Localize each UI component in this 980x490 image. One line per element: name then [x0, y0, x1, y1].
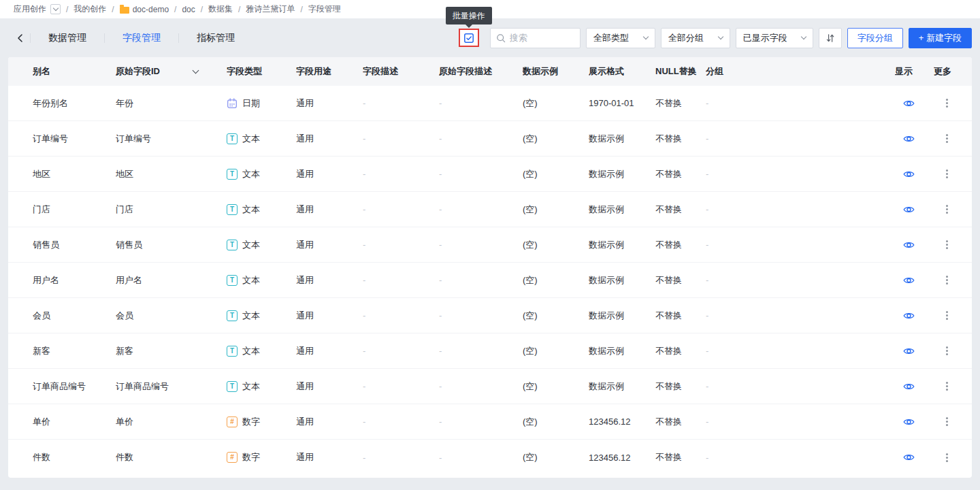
cell-null-replace: 不替换 [655, 274, 706, 287]
filter-type-dropdown[interactable]: 全部类型 [586, 28, 655, 48]
batch-select-button[interactable] [459, 29, 479, 47]
visibility-toggle-button[interactable] [902, 274, 916, 287]
cell-description: - [363, 453, 439, 463]
table-row[interactable]: 订单商品编号 订单商品编号 T 文本 通用 - - (空) 数据示例 不替换 - [8, 369, 972, 404]
cell-more [934, 202, 958, 216]
more-actions-button[interactable] [943, 96, 951, 110]
more-actions-button[interactable] [943, 414, 951, 429]
filter-visibility-dropdown[interactable]: 已显示字段 [736, 28, 813, 48]
cell-field-type: # 数字 [227, 451, 296, 463]
cell-field-type: T 文本 [227, 168, 296, 180]
table-row[interactable]: 会员 会员 T 文本 通用 - - (空) 数据示例 不替换 - [8, 298, 972, 333]
cell-display-format: 123456.12 [589, 453, 655, 463]
cell-field-type: 日期 [227, 97, 296, 110]
more-actions-button[interactable] [943, 167, 951, 181]
tab-data-management[interactable]: 数据管理 [33, 32, 101, 44]
cell-more [934, 131, 958, 146]
breadcrumb-app-menu[interactable]: 应用创作 [14, 3, 46, 15]
table-row[interactable]: 销售员 销售员 T 文本 通用 - - (空) 数据示例 不替换 - [8, 227, 972, 263]
eye-icon [903, 99, 915, 108]
breadcrumb-item-current-page: 字段管理 [308, 3, 341, 15]
table-row[interactable]: 门店 门店 T 文本 通用 - - (空) 数据示例 不替换 - [8, 192, 972, 227]
breadcrumb-item-dataset-name[interactable]: 雅诗兰黛订单 [246, 3, 295, 15]
breadcrumb-item-datasets[interactable]: 数据集 [208, 3, 233, 15]
cell-visibility [895, 310, 934, 322]
table-row[interactable]: 用户名 用户名 T 文本 通用 - - (空) 数据示例 不替换 - [8, 263, 972, 298]
table-row[interactable]: 年份别名 年份 日期 通用 - - (空) 1970-01-01 不替换 - [8, 86, 972, 121]
cell-visibility [895, 203, 934, 216]
text-type-icon: T [227, 204, 238, 215]
filter-group-dropdown[interactable]: 全部分组 [661, 28, 730, 48]
visibility-toggle-button[interactable] [902, 310, 916, 322]
cell-alias: 用户名 [33, 274, 116, 287]
cell-field-type: T 文本 [227, 203, 296, 216]
tab-field-management[interactable]: 字段管理 [108, 32, 176, 44]
cell-group: - [706, 169, 895, 179]
eye-icon [903, 453, 915, 462]
cell-null-replace: 不替换 [655, 203, 706, 216]
table-row[interactable]: 订单编号 订单编号 T 文本 通用 - - (空) 数据示例 不替换 - [8, 121, 972, 157]
search-box [490, 28, 581, 48]
cell-visibility [895, 416, 934, 428]
cell-field-type: T 文本 [227, 345, 296, 357]
more-actions-button[interactable] [943, 131, 951, 146]
tab-divider [178, 33, 179, 43]
cell-usage: 通用 [296, 380, 363, 393]
app-menu-dropdown[interactable] [50, 4, 61, 14]
breadcrumb-item-doc-demo[interactable]: doc-demo [133, 5, 169, 14]
text-type-icon: T [227, 240, 238, 250]
sort-order-button[interactable] [819, 28, 842, 48]
cell-usage: 通用 [296, 345, 363, 357]
visibility-toggle-button[interactable] [902, 203, 916, 216]
more-actions-button[interactable] [943, 238, 951, 252]
more-actions-button[interactable] [943, 273, 951, 287]
more-vertical-icon [946, 99, 948, 101]
number-type-icon: # [227, 416, 238, 427]
cell-field-id: 新客 [116, 345, 227, 357]
more-actions-button[interactable] [943, 379, 951, 393]
breadcrumb-item-my-creations[interactable]: 我的创作 [74, 3, 106, 15]
more-vertical-icon [946, 169, 948, 172]
number-type-icon: # [227, 452, 238, 463]
cell-alias: 会员 [33, 310, 116, 322]
cell-description: - [363, 133, 439, 144]
toolbar-right-controls: 批量操作 全部类型 全部分组 已显示字段 字段分组 + 新建字段 [459, 28, 972, 48]
more-actions-button[interactable] [943, 202, 951, 216]
cell-usage: 通用 [296, 97, 363, 110]
cell-group: - [706, 275, 895, 285]
tab-metric-management[interactable]: 指标管理 [182, 32, 250, 44]
breadcrumb-item-doc[interactable]: doc [182, 5, 195, 14]
table-row[interactable]: 新客 新客 T 文本 通用 - - (空) 数据示例 不替换 - [8, 333, 972, 369]
back-button[interactable] [14, 29, 27, 48]
more-actions-button[interactable] [943, 308, 951, 323]
more-vertical-icon [946, 453, 948, 455]
more-actions-button[interactable] [943, 451, 951, 465]
visibility-toggle-button[interactable] [902, 380, 916, 393]
folder-icon [120, 7, 129, 14]
visibility-toggle-button[interactable] [902, 345, 916, 357]
visibility-toggle-button[interactable] [902, 133, 916, 145]
table-row[interactable]: 地区 地区 T 文本 通用 - - (空) 数据示例 不替换 - [8, 157, 972, 192]
text-type-icon: T [227, 169, 238, 180]
visibility-toggle-button[interactable] [902, 416, 916, 428]
visibility-toggle-button[interactable] [902, 239, 916, 251]
cell-visibility [895, 133, 934, 145]
visibility-toggle-button[interactable] [902, 97, 916, 110]
cell-null-replace: 不替换 [655, 310, 706, 322]
cell-data-sample: (空) [523, 239, 589, 251]
cell-null-replace: 不替换 [655, 380, 706, 393]
field-group-button[interactable]: 字段分组 [847, 28, 903, 48]
visibility-toggle-button[interactable] [902, 451, 916, 463]
cell-field-id: 销售员 [116, 239, 227, 251]
cell-data-sample: (空) [523, 345, 589, 357]
breadcrumb-separator: / [174, 5, 176, 14]
cell-data-sample: (空) [523, 380, 589, 393]
search-input[interactable] [510, 33, 571, 43]
cell-usage: 通用 [296, 168, 363, 180]
visibility-toggle-button[interactable] [902, 168, 916, 180]
batch-operation-wrapper: 批量操作 [459, 29, 479, 47]
new-field-button[interactable]: + 新建字段 [909, 28, 972, 48]
table-row[interactable]: 单价 单价 # 数字 通用 - - (空) 123456.12 不替换 - [8, 404, 972, 440]
more-actions-button[interactable] [943, 344, 951, 358]
table-row[interactable]: 件数 件数 # 数字 通用 - - (空) 123456.12 不替换 - [8, 440, 972, 475]
